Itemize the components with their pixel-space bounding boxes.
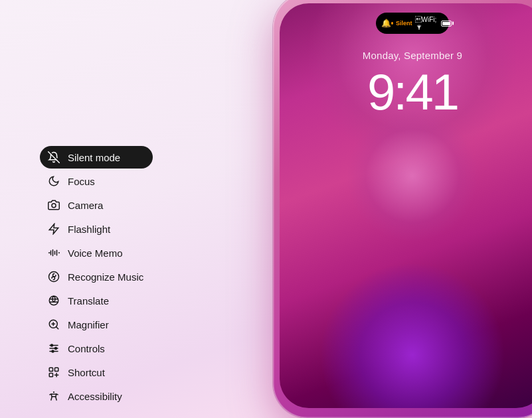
menu-item-magnifier-label: Magnifier xyxy=(68,319,109,330)
svg-rect-20 xyxy=(49,374,52,377)
di-status-right: Silent WiFi; xyxy=(391,16,452,31)
menu-item-camera-label: Camera xyxy=(68,200,103,211)
controls-icon xyxy=(46,341,61,356)
menu-item-focus-label: Focus xyxy=(68,176,95,187)
di-silent-label: Silent xyxy=(396,20,412,27)
menu-item-controls[interactable]: Controls xyxy=(40,337,153,360)
svg-line-12 xyxy=(56,326,58,328)
phone-screen: 🔔 Silent WiFi; xyxy=(280,3,532,408)
svg-point-10 xyxy=(49,296,58,305)
phone-mockup: 🔔 Silent WiFi; xyxy=(246,0,532,418)
di-dot xyxy=(391,22,393,25)
screen-orb-bottom xyxy=(319,262,505,408)
svg-point-21 xyxy=(53,391,54,393)
menu-item-recognize-music[interactable]: Recognize Music xyxy=(40,265,153,288)
svg-line-0 xyxy=(48,152,60,163)
menu-item-silent-mode-label: Silent mode xyxy=(68,152,120,163)
svg-rect-19 xyxy=(55,368,58,371)
shazam-icon xyxy=(46,269,61,284)
menu-item-flashlight[interactable]: Flashlight xyxy=(40,218,153,240)
svg-point-1 xyxy=(52,204,56,208)
menu-item-translate[interactable]: Translate xyxy=(40,289,153,312)
action-menu: Silent mode Focus Camera Flashlight xyxy=(40,146,153,407)
di-bell-icon: 🔔 xyxy=(381,19,391,28)
translate-icon xyxy=(46,293,61,308)
menu-item-voice-memo[interactable]: Voice Memo xyxy=(40,242,153,264)
waveform-icon xyxy=(46,245,61,260)
svg-point-22 xyxy=(418,28,420,29)
svg-point-17 xyxy=(52,350,54,352)
svg-marker-2 xyxy=(49,224,58,234)
svg-point-15 xyxy=(51,344,53,346)
menu-item-voice-memo-label: Voice Memo xyxy=(68,247,123,259)
menu-item-controls-label: Controls xyxy=(68,343,105,354)
menu-item-flashlight-label: Flashlight xyxy=(68,224,110,235)
accessibility-icon xyxy=(46,389,61,403)
phone-frame: 🔔 Silent WiFi; xyxy=(273,0,532,418)
menu-item-shortcut-label: Shortcut xyxy=(68,367,105,378)
bell-slash-icon xyxy=(46,150,61,165)
di-wifi-icon: WiFi; xyxy=(415,16,439,31)
shortcut-icon xyxy=(46,365,61,380)
di-battery-icon xyxy=(441,21,452,27)
menu-item-accessibility-label: Accessibility xyxy=(68,391,122,402)
menu-item-shortcut[interactable]: Shortcut xyxy=(40,361,153,383)
menu-item-recognize-music-label: Recognize Music xyxy=(68,271,143,283)
menu-item-focus[interactable]: Focus xyxy=(40,170,153,192)
svg-point-16 xyxy=(55,348,57,350)
moon-icon xyxy=(46,174,61,188)
dynamic-island: 🔔 Silent WiFi; xyxy=(376,13,449,34)
menu-item-camera[interactable]: Camera xyxy=(40,194,153,216)
camera-icon xyxy=(46,198,61,212)
menu-item-translate-label: Translate xyxy=(68,295,109,307)
menu-item-accessibility[interactable]: Accessibility xyxy=(40,385,153,407)
flashlight-icon xyxy=(46,222,61,236)
menu-item-magnifier[interactable]: Magnifier xyxy=(40,313,153,336)
magnifier-icon xyxy=(46,317,61,332)
svg-rect-18 xyxy=(49,368,52,371)
lock-screen-date: Monday, September 9 xyxy=(280,50,532,61)
screen-orb-mid xyxy=(346,109,479,242)
menu-item-silent-mode[interactable]: Silent mode xyxy=(40,146,153,169)
lock-screen-time: 9:41 xyxy=(280,63,532,121)
